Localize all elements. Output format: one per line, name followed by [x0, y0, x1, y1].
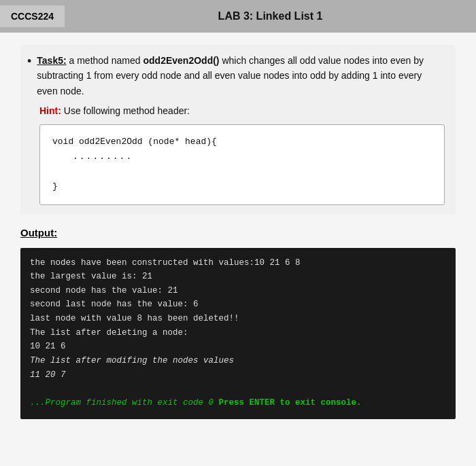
output-heading: Output:	[20, 227, 456, 238]
lab-title: LAB 3: Linked List 1	[65, 10, 476, 22]
terminal-line-3: second node has the value: 21	[30, 284, 446, 298]
terminal-line-blank	[30, 382, 446, 396]
code-dots: .........	[73, 149, 432, 164]
terminal-line-9: 11 20 7	[30, 368, 446, 382]
bullet-point: •	[27, 53, 31, 70]
task-item: • Task5: a method named odd2Even2Odd() w…	[27, 53, 445, 98]
code-line1: void odd2Even2Odd (node* head){	[52, 137, 217, 147]
terminal-line-5: last node with value 8 has been deleted!…	[30, 312, 446, 326]
main-content: • Task5: a method named odd2Even2Odd() w…	[0, 33, 476, 466]
task-section: • Task5: a method named odd2Even2Odd() w…	[20, 45, 456, 215]
course-label: CCCS224	[0, 5, 65, 27]
terminal-line-8: The list after modifing the nodes values	[30, 354, 446, 368]
task-label: Task5:	[37, 55, 66, 66]
terminal-line-1: the nodes have been constructed with val…	[30, 256, 446, 270]
hint-label: Hint:	[39, 105, 61, 116]
task-body: a method named	[67, 55, 143, 66]
code-box: void odd2Even2Odd (node* head){ ........…	[39, 124, 445, 204]
terminal-line-press: Press ENTER to exit console.	[219, 398, 362, 408]
terminal-line-exit: ...Program finished with exit code 0	[30, 398, 214, 408]
hint-line: Hint: Use following method header:	[39, 105, 445, 116]
terminal-line-2: the largest value is: 21	[30, 270, 446, 284]
task-method: odd2Even2Odd()	[143, 55, 220, 66]
terminal-line-4: second last node has the value: 6	[30, 298, 446, 312]
header: CCCS224 LAB 3: Linked List 1	[0, 0, 476, 33]
hint-text: Use following method header:	[61, 105, 190, 116]
code-line3: }	[52, 181, 58, 192]
terminal-line-7: 10 21 6	[30, 340, 446, 354]
task-description: Task5: a method named odd2Even2Odd() whi…	[37, 53, 445, 98]
terminal-output: the nodes have been constructed with val…	[20, 248, 456, 420]
terminal-line-6: The list after deleting a node:	[30, 326, 446, 340]
